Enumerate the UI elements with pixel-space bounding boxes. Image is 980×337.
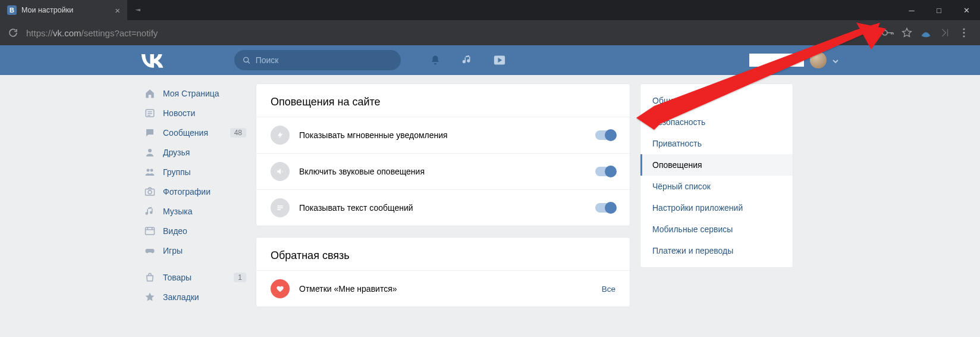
nav-label: Друзья bbox=[163, 148, 190, 157]
nav-music[interactable]: Музыка bbox=[140, 201, 246, 221]
maximize-button[interactable]: □ bbox=[925, 0, 953, 20]
setting-label: Включить звуковые оповещения bbox=[299, 167, 425, 176]
extension-gray-icon[interactable] bbox=[938, 26, 951, 39]
nav-market[interactable]: Товары1 bbox=[140, 267, 246, 287]
video-icon bbox=[144, 226, 156, 236]
addrbar-right-icons bbox=[881, 26, 976, 39]
setting-label: Отметки «Мне нравится» bbox=[299, 284, 397, 294]
nav-label: Новости bbox=[163, 108, 195, 118]
nav-label: Игры bbox=[163, 246, 183, 255]
window-titlebar: B Мои настройки × ─ □ ✕ bbox=[0, 0, 980, 20]
tab-general[interactable]: Общее bbox=[640, 90, 793, 111]
setting-label: Показывать текст сообщений bbox=[299, 203, 413, 213]
svg-point-1 bbox=[963, 28, 965, 30]
extension-blue-icon[interactable] bbox=[919, 26, 932, 39]
tab-mobile[interactable]: Мобильные сервисы bbox=[640, 219, 793, 240]
header-icons bbox=[429, 54, 505, 66]
toggle-instant[interactable] bbox=[595, 130, 615, 140]
nav-video[interactable]: Видео bbox=[140, 221, 246, 241]
vk-logo[interactable] bbox=[140, 51, 175, 70]
nav-label: Закладки bbox=[163, 292, 199, 302]
page-content: Моя Страница Новости Сообщения48 Друзья … bbox=[133, 75, 847, 307]
nav-messages[interactable]: Сообщения48 bbox=[140, 123, 246, 142]
speaker-icon bbox=[271, 162, 290, 181]
section-title: Оповещения на сайте bbox=[256, 84, 630, 117]
reload-button[interactable] bbox=[4, 27, 23, 38]
all-link[interactable]: Все bbox=[602, 285, 615, 294]
setting-row-text: Показывать текст сообщений bbox=[256, 189, 630, 226]
window-controls: ─ □ ✕ bbox=[898, 0, 980, 20]
svg-point-8 bbox=[147, 168, 150, 171]
groups-icon bbox=[144, 167, 156, 177]
tab-app-settings[interactable]: Настройки приложений bbox=[640, 197, 793, 219]
search-box[interactable] bbox=[234, 50, 401, 70]
right-column: Общее Безопасность Приватность Оповещени… bbox=[640, 83, 793, 307]
nav-friends[interactable]: Друзья bbox=[140, 142, 246, 162]
star-icon[interactable] bbox=[900, 26, 913, 39]
close-window-button[interactable]: ✕ bbox=[953, 0, 980, 20]
left-nav: Моя Страница Новости Сообщения48 Друзья … bbox=[140, 83, 246, 307]
nav-games[interactable]: Игры bbox=[140, 241, 246, 260]
search-input[interactable] bbox=[256, 55, 392, 65]
tab-security[interactable]: Безопасность bbox=[640, 111, 793, 133]
friends-icon bbox=[144, 147, 156, 158]
tab-title: Мои настройки bbox=[21, 6, 73, 14]
nav-label: Фотографии bbox=[163, 187, 211, 196]
main-column: Оповещения на сайте Показывать мгновенны… bbox=[256, 83, 630, 307]
notifications-icon[interactable] bbox=[429, 54, 441, 66]
svg-point-0 bbox=[882, 30, 887, 35]
nav-label: Музыка bbox=[163, 207, 193, 216]
svg-point-4 bbox=[244, 57, 249, 62]
svg-point-9 bbox=[150, 168, 153, 171]
toggle-sound[interactable] bbox=[595, 167, 615, 176]
heart-icon bbox=[271, 279, 290, 298]
tab-blacklist[interactable]: Чёрный список bbox=[640, 176, 793, 197]
messages-badge: 48 bbox=[230, 128, 246, 138]
svg-rect-12 bbox=[146, 227, 155, 235]
key-icon[interactable] bbox=[881, 26, 894, 39]
minimize-button[interactable]: ─ bbox=[898, 0, 925, 20]
menu-icon[interactable] bbox=[957, 26, 970, 39]
close-tab-icon[interactable]: × bbox=[115, 5, 120, 15]
nav-label: Видео bbox=[163, 226, 187, 236]
market-icon bbox=[144, 272, 156, 283]
setting-row-sound: Включить звуковые оповещения bbox=[256, 153, 630, 189]
vk-header bbox=[0, 45, 980, 75]
svg-point-7 bbox=[148, 149, 152, 152]
url-path: /settings?act=notify bbox=[81, 28, 158, 38]
star-nav-icon bbox=[144, 292, 156, 302]
nav-photos[interactable]: Фотографии bbox=[140, 182, 246, 201]
url-display[interactable]: https://vk.com/settings?act=notify bbox=[23, 28, 881, 38]
search-icon bbox=[243, 56, 251, 65]
nav-groups[interactable]: Группы bbox=[140, 162, 246, 182]
nav-label: Моя Страница bbox=[163, 89, 219, 98]
plus-icon bbox=[135, 7, 141, 13]
vk-favicon: B bbox=[7, 5, 17, 15]
gamepad-icon bbox=[144, 245, 156, 256]
market-badge: 1 bbox=[234, 273, 246, 282]
tab-notifications[interactable]: Оповещения bbox=[640, 154, 793, 176]
nav-news[interactable]: Новости bbox=[140, 103, 246, 123]
nav-label: Товары bbox=[163, 273, 191, 282]
user-name-placeholder bbox=[749, 54, 804, 67]
tab-privacy[interactable]: Приватность bbox=[640, 133, 793, 154]
new-tab-button[interactable] bbox=[130, 3, 146, 17]
news-icon bbox=[144, 108, 156, 118]
svg-point-2 bbox=[963, 32, 965, 33]
setting-row-likes[interactable]: Отметки «Мне нравится» Все bbox=[256, 270, 630, 307]
nav-my-page[interactable]: Моя Страница bbox=[140, 83, 246, 103]
url-protocol: https:// bbox=[26, 28, 53, 38]
setting-row-instant: Показывать мгновенные уведомления bbox=[256, 117, 630, 153]
tab-payments[interactable]: Платежи и переводы bbox=[640, 240, 793, 261]
user-menu[interactable] bbox=[749, 52, 847, 68]
lightning-icon bbox=[271, 126, 290, 145]
text-lines-icon bbox=[271, 198, 290, 217]
video-play-icon[interactable] bbox=[494, 54, 505, 66]
music-icon[interactable] bbox=[461, 54, 473, 66]
browser-tab[interactable]: B Мои настройки × bbox=[0, 0, 127, 20]
toggle-text[interactable] bbox=[595, 203, 615, 213]
address-bar: https://vk.com/settings?act=notify bbox=[0, 20, 980, 45]
setting-label: Показывать мгновенные уведомления bbox=[299, 130, 448, 140]
nav-bookmarks[interactable]: Закладки bbox=[140, 287, 246, 307]
avatar bbox=[810, 52, 827, 68]
